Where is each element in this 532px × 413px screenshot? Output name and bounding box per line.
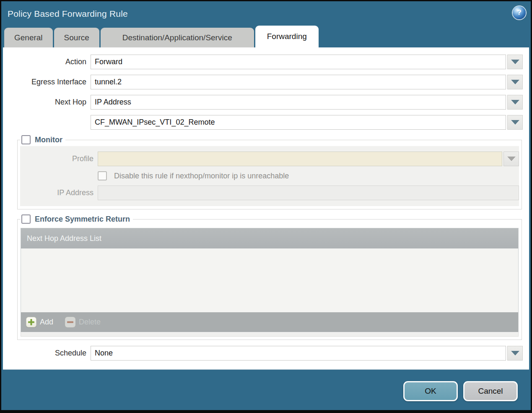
action-input[interactable] [91, 55, 506, 69]
egress-interface-label: Egress Interface [9, 78, 91, 86]
dialog-title: Policy Based Forwarding Rule [8, 9, 128, 19]
monitor-legend-label: Monitor [35, 136, 62, 144]
next-hop-address-input[interactable] [91, 115, 506, 130]
next-hop-address-dropdown-button[interactable] [507, 115, 523, 130]
next-hop-dropdown-button[interactable] [507, 95, 523, 110]
egress-interface-input[interactable] [91, 75, 506, 89]
monitor-legend: Monitor [21, 135, 65, 144]
next-hop-type-input[interactable] [91, 95, 506, 110]
grid-bottom-strip [21, 332, 519, 337]
tab-source[interactable]: Source [54, 28, 99, 47]
minus-icon [65, 317, 75, 327]
next-hop-row: Next Hop [9, 95, 523, 110]
help-glyph: ? [517, 8, 521, 17]
tab-forwarding-label: Forwarding [267, 32, 307, 41]
add-button-label: Add [40, 318, 53, 327]
tab-general-label: General [14, 33, 43, 42]
chevron-down-icon [507, 157, 516, 161]
cancel-button[interactable]: Cancel [463, 381, 518, 401]
action-label: Action [9, 58, 91, 66]
egress-interface-row: Egress Interface [9, 75, 523, 89]
monitor-ip-address-label: IP Address [20, 188, 98, 197]
monitor-fieldset: Monitor Profile Disable this rule if nex… [17, 135, 522, 209]
chevron-down-icon [511, 80, 519, 84]
next-hop-address-grid: Next Hop Address List Add [21, 228, 519, 332]
add-button[interactable]: Add [26, 317, 53, 327]
help-icon[interactable]: ? [513, 6, 526, 19]
tab-destination-application-service[interactable]: Destination/Application/Service [101, 28, 254, 47]
symmetric-return-legend-label: Enforce Symmetric Return [35, 215, 130, 224]
monitor-profile-input [98, 152, 502, 166]
plus-icon [26, 317, 36, 327]
schedule-label: Schedule [9, 349, 91, 358]
chevron-down-icon [511, 351, 519, 355]
action-row: Action [9, 55, 523, 69]
chevron-down-icon [511, 100, 519, 105]
monitor-disable-rule-row: Disable this rule if nexthop/monitor ip … [98, 171, 519, 180]
action-dropdown-button[interactable] [507, 55, 523, 69]
symmetric-return-checkbox[interactable] [21, 214, 31, 224]
tab-forwarding[interactable]: Forwarding [255, 26, 319, 47]
forwarding-tab-panel: Action Egress Interface Next Hop [3, 47, 529, 370]
monitor-panel: Profile Disable this rule if nexthop/mon… [20, 146, 519, 206]
grid-toolbar: Add Delete [21, 312, 518, 332]
chevron-down-icon [511, 120, 519, 125]
schedule-row: Schedule [9, 346, 523, 361]
symmetric-return-fieldset: Enforce Symmetric Return Next Hop Addres… [17, 214, 522, 340]
schedule-dropdown-button[interactable] [507, 346, 523, 361]
next-hop-label: Next Hop [9, 98, 91, 107]
next-hop-address-row [9, 115, 523, 130]
schedule-input[interactable] [91, 346, 506, 361]
monitor-profile-row: Profile [20, 152, 519, 166]
ok-button[interactable]: OK [403, 381, 458, 401]
disable-rule-checkbox [98, 171, 107, 180]
grid-column-header: Next Hop Address List [21, 228, 518, 248]
dialog-footer: OK Cancel [1, 370, 531, 401]
grid-body-empty [21, 248, 518, 312]
tab-general[interactable]: General [4, 28, 53, 47]
chevron-down-icon [511, 60, 519, 64]
delete-button: Delete [65, 317, 101, 327]
pbf-rule-dialog: Policy Based Forwarding Rule ? General S… [0, 0, 532, 413]
monitor-ip-address-row: IP Address [20, 186, 519, 200]
monitor-profile-dropdown-button [503, 152, 519, 166]
tab-destination-label: Destination/Application/Service [122, 33, 232, 42]
disable-rule-label: Disable this rule if nexthop/monitor ip … [114, 172, 289, 180]
tab-source-label: Source [64, 33, 89, 42]
grid-header-label: Next Hop Address List [27, 234, 101, 243]
delete-button-label: Delete [79, 318, 101, 327]
monitor-checkbox[interactable] [21, 135, 31, 144]
tab-bar: General Source Destination/Application/S… [1, 26, 531, 47]
egress-interface-dropdown-button[interactable] [507, 75, 523, 89]
symmetric-return-legend: Enforce Symmetric Return [21, 214, 133, 224]
monitor-profile-label: Profile [20, 154, 98, 163]
dialog-titlebar: Policy Based Forwarding Rule ? [1, 1, 531, 26]
monitor-ip-address-input [98, 186, 519, 200]
